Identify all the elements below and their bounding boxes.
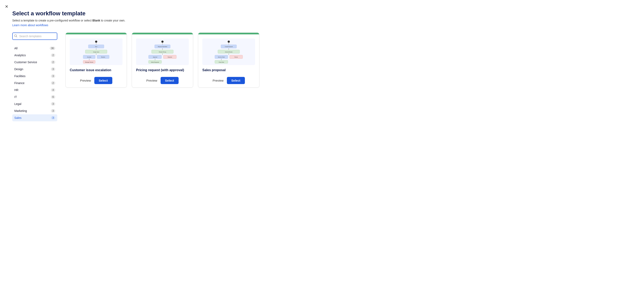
svg-point-2	[95, 40, 98, 43]
svg-text:Assign Issue: Assign Issue	[93, 51, 99, 52]
subtitle-bold: Blank	[92, 19, 100, 22]
category-badge: 36	[50, 47, 55, 50]
category-label: Customer Service	[14, 60, 37, 64]
category-label: HR	[14, 88, 18, 92]
sidebar-item-analytics[interactable]: Analytics 2	[12, 52, 57, 59]
sidebar-item-all[interactable]: All 36	[12, 45, 57, 52]
page-subtitle: Select a template to create a pre-config…	[12, 19, 310, 22]
template-actions: Preview Select	[136, 76, 189, 84]
category-label: Marketing	[14, 109, 27, 112]
preview-button[interactable]: Preview	[80, 79, 91, 82]
sidebar: All 36 Analytics 2 Customer Service 2 De…	[12, 32, 57, 121]
card-body: Request Submitted Review Pricing Approva…	[132, 34, 193, 87]
category-badge: 2	[51, 82, 55, 85]
category-label: Analytics	[14, 54, 26, 57]
preview-button[interactable]: Preview	[212, 79, 224, 82]
sidebar-item-sales[interactable]: Sales 3	[12, 114, 57, 121]
search-wrapper	[12, 32, 57, 40]
category-badge: 3	[51, 116, 55, 120]
svg-text:Approval: Approval	[153, 56, 157, 58]
card-header-bar	[198, 33, 259, 34]
svg-line-1	[16, 36, 17, 37]
select-button[interactable]: Select	[94, 77, 112, 84]
category-badge: 3	[51, 68, 55, 71]
svg-text:Create Proposal: Create Proposal	[225, 46, 232, 47]
search-input[interactable]	[12, 32, 57, 40]
category-badge: 3	[51, 74, 55, 78]
sidebar-item-facilities[interactable]: Facilities 3	[12, 72, 57, 80]
template-card-pricing-request: Request Submitted Review Pricing Approva…	[132, 32, 193, 88]
sidebar-item-marketing[interactable]: Marketing 3	[12, 108, 57, 114]
search-icon	[14, 34, 17, 38]
templates-grid: Start Assign Issue Escalate Resolve Mana…	[66, 32, 310, 121]
sidebar-item-finance[interactable]: Finance 2	[12, 80, 57, 86]
subtitle-start: Select a template to create a pre-config…	[12, 19, 92, 22]
learn-more-link[interactable]: Learn more about workflows	[12, 24, 48, 27]
template-preview-image: Request Submitted Review Pricing Approva…	[136, 38, 189, 65]
svg-text:Manager Review: Manager Review	[85, 61, 93, 62]
subtitle-end: to create your own.	[100, 19, 126, 22]
page-title: Select a workflow template	[12, 10, 310, 17]
svg-text:Internal Review: Internal Review	[225, 51, 232, 52]
main-layout: All 36 Analytics 2 Customer Service 2 De…	[12, 32, 310, 121]
category-badge: 6	[51, 95, 55, 98]
template-card-sales-proposal: Create Proposal Internal Review Send to …	[198, 32, 260, 88]
svg-text:Rejected: Rejected	[168, 56, 172, 58]
category-label: Design	[14, 68, 23, 71]
template-preview-image: Start Assign Issue Escalate Resolve Mana…	[70, 38, 122, 65]
svg-text:Review Pricing: Review Pricing	[159, 51, 166, 52]
svg-text:Revise: Revise	[234, 56, 238, 58]
template-name: Customer issue escalation	[70, 68, 122, 72]
sidebar-item-customer-service[interactable]: Customer Service 2	[12, 59, 57, 66]
category-list: All 36 Analytics 2 Customer Service 2 De…	[12, 45, 57, 121]
svg-point-32	[228, 40, 230, 43]
category-label: Legal	[14, 102, 21, 106]
sidebar-item-legal[interactable]: Legal 3	[12, 100, 57, 108]
svg-text:Resolve: Resolve	[101, 56, 105, 58]
category-label: Finance	[14, 82, 24, 85]
category-label: IT	[14, 95, 17, 98]
svg-text:Notify Requester: Notify Requester	[151, 61, 159, 62]
template-card-customer-issue-escalation: Start Assign Issue Escalate Resolve Mana…	[66, 32, 127, 88]
category-label: Sales	[14, 116, 22, 120]
card-body: Create Proposal Internal Review Send to …	[198, 34, 259, 87]
close-button[interactable]: ✕	[4, 4, 10, 10]
sidebar-item-hr[interactable]: HR 4	[12, 86, 57, 94]
category-badge: 4	[51, 88, 55, 92]
category-badge: 2	[51, 54, 55, 57]
svg-text:Start: Start	[95, 46, 98, 47]
svg-text:Send to Client: Send to Client	[218, 56, 225, 58]
card-header-bar	[66, 33, 127, 34]
svg-text:Request Submitted: Request Submitted	[158, 46, 167, 47]
template-actions: Preview Select	[202, 76, 255, 84]
category-label: Facilities	[14, 74, 25, 78]
template-preview-image: Create Proposal Internal Review Send to …	[202, 38, 255, 65]
category-badge: 2	[51, 60, 55, 64]
template-name: Sales proposal	[202, 68, 255, 72]
category-badge: 3	[51, 109, 55, 112]
preview-button[interactable]: Preview	[146, 79, 157, 82]
svg-text:Escalate: Escalate	[87, 56, 91, 58]
category-label: All	[14, 47, 18, 50]
sidebar-item-it[interactable]: IT 6	[12, 94, 57, 100]
svg-point-17	[162, 40, 164, 43]
sidebar-item-design[interactable]: Design 3	[12, 66, 57, 72]
card-header-bar	[132, 33, 193, 34]
template-actions: Preview Select	[70, 76, 122, 84]
template-name: Pricing request (with approval)	[136, 68, 189, 72]
select-button[interactable]: Select	[227, 77, 245, 84]
category-badge: 3	[51, 102, 55, 106]
svg-text:Close Deal: Close Deal	[219, 61, 224, 62]
page-container: Select a workflow template Select a temp…	[0, 0, 322, 130]
card-body: Start Assign Issue Escalate Resolve Mana…	[66, 34, 127, 87]
select-button[interactable]: Select	[160, 77, 178, 84]
